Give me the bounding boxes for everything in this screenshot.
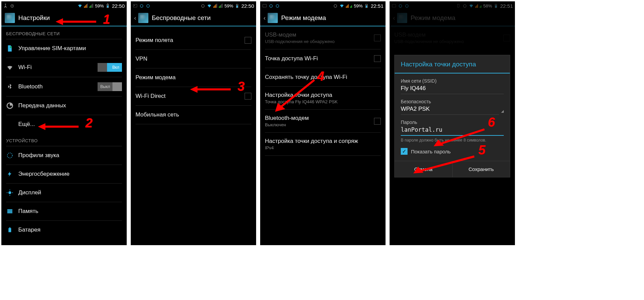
annotation-num-3: 3 [237, 79, 245, 94]
airplane-checkbox[interactable] [245, 37, 251, 44]
signal-2-icon [219, 4, 223, 8]
svg-rect-3 [107, 4, 108, 4]
status-bar: 59% 22:50 [1, 1, 127, 10]
row-display[interactable]: Дисплей [1, 184, 127, 202]
signal-1-icon [346, 4, 349, 8]
row-wifi-hotspot[interactable]: Точка доступа Wi-Fi [260, 49, 386, 68]
row-label: Управление SIM-картами [18, 45, 122, 52]
svg-rect-35 [366, 5, 368, 7]
row-label: Профили звука [18, 152, 122, 159]
row-wifi[interactable]: Wi-Fi Вкл [1, 58, 127, 77]
screen-2-wireless: 59% 22:50 ‹ Беспроводные сети Режим поле… [131, 1, 256, 245]
bt-tether-checkbox[interactable] [374, 118, 381, 125]
row-label: Режим модема [136, 74, 251, 81]
data-usage-icon [6, 102, 14, 109]
battery-icon [235, 3, 240, 8]
row-label: Энергосбережение [18, 171, 122, 177]
annotation-num-2: 2 [85, 116, 92, 130]
wifi-row-icon [6, 64, 14, 71]
section-wireless: БЕСПРОВОДНЫЕ СЕТИ [1, 26, 127, 39]
page-title: Беспроводные сети [152, 14, 211, 22]
security-label: Безопасность [401, 99, 504, 104]
battery-row-icon [6, 226, 14, 234]
svg-point-31 [270, 5, 272, 7]
svg-point-25 [202, 5, 204, 7]
hotspot-checkbox[interactable] [374, 55, 381, 62]
row-data-usage[interactable]: Передача данных [1, 97, 127, 115]
svg-point-23 [140, 5, 143, 7]
row-sim-management[interactable]: Управление SIM-картами [1, 39, 127, 58]
bluetooth-icon [6, 83, 14, 90]
signal-1-icon [213, 4, 217, 8]
svg-rect-14 [7, 212, 13, 213]
row-label: Мобильная сеть [136, 111, 251, 118]
clock: 22:51 [371, 3, 383, 9]
row-battery[interactable]: Батарея [1, 221, 127, 239]
row-vpn[interactable]: VPN [131, 50, 256, 68]
display-icon [6, 189, 14, 196]
row-label: Wi-Fi [18, 64, 93, 71]
section-device: УСТРОЙСТВО [1, 133, 127, 146]
titlebar[interactable]: ‹ Режим модема [260, 10, 386, 26]
svg-rect-13 [7, 211, 13, 212]
back-icon: ‹ [264, 15, 266, 22]
battery-icon [364, 3, 369, 8]
svg-point-22 [134, 5, 135, 6]
row-sublabel: Выключен [265, 122, 369, 127]
row-usb-tether: USB-модем USB-подключения не обнаружено [260, 26, 386, 49]
security-spinner[interactable]: WPA2 PSK [401, 104, 504, 115]
row-power[interactable]: Энергосбережение [1, 165, 127, 183]
status-bar: 59% 22:51 [260, 1, 386, 10]
row-hotspot-config[interactable]: Настройка точки доступа Точка доступа Fl… [260, 87, 386, 109]
clock: 22:50 [112, 3, 125, 9]
screen-4-dialog: 58% 22:51 ‹ Режим модема USB-модем USB-п… [390, 1, 515, 245]
page-title: Настройки [18, 14, 50, 22]
row-storage[interactable]: Память [1, 202, 127, 220]
row-airplane[interactable]: Режим полета [131, 31, 256, 49]
row-label: Дисплей [18, 189, 122, 196]
battery-pct: 59% [354, 3, 362, 8]
save-button[interactable]: Сохранить [453, 161, 510, 177]
row-label: Wi-Fi Direct [136, 93, 240, 100]
status-bar: 59% 22:50 [131, 1, 256, 10]
cancel-button[interactable]: Отмена [395, 161, 453, 177]
ssid-label: Имя сети (SSID) [401, 78, 504, 84]
bluetooth-toggle[interactable]: Выкл [98, 82, 122, 91]
sim-icon [6, 45, 14, 52]
row-bluetooth-tether[interactable]: Bluetooth-модем Выключен [260, 110, 386, 132]
row-sublabel: IPv4 [265, 145, 381, 150]
row-label: Bluetooth-модем [265, 115, 369, 122]
settings-app-icon [268, 13, 278, 23]
annotation-num-1: 1 [103, 12, 110, 27]
row-label: USB-модем [265, 31, 369, 38]
titlebar[interactable]: ‹ Беспроводные сети [131, 10, 256, 26]
row-more[interactable]: Ещё... [1, 115, 127, 133]
spacer-icon [6, 121, 14, 128]
password-hint: В пароле должно быть не менее 8 символов… [401, 138, 504, 143]
screen-3-tethering: 59% 22:51 ‹ Режим модема USB-модем USB-п… [260, 1, 386, 245]
row-label: Точка доступа Wi-Fi [265, 55, 369, 62]
ssid-input[interactable]: Fly IQ446 [401, 84, 504, 94]
svg-rect-30 [263, 4, 267, 7]
svg-rect-15 [8, 228, 11, 232]
wifi-direct-checkbox[interactable] [245, 93, 251, 100]
screen-1-settings: 59% 22:50 Настройки БЕСПРОВОДНЫЕ СЕТИ Уп… [1, 1, 127, 245]
show-password-row[interactable]: ✓ Показать пароль [401, 148, 504, 155]
wifi-toggle[interactable]: Вкл [98, 63, 122, 72]
annotation-num-5: 5 [478, 143, 485, 157]
sound-icon [6, 152, 14, 159]
row-sound[interactable]: Профили звука [1, 146, 127, 165]
storage-icon [6, 208, 14, 215]
svg-point-32 [276, 5, 279, 7]
signal-2-icon [350, 4, 352, 8]
alarm-icon [275, 3, 280, 8]
show-password-label: Показать пароль [411, 149, 451, 154]
row-mobile-network[interactable]: Мобильная сеть [131, 106, 256, 124]
signal-1-icon [84, 4, 88, 8]
row-pairing-config[interactable]: Настройка точки доступа и сопряж IPv4 [260, 133, 386, 155]
show-password-checkbox[interactable]: ✓ [401, 148, 408, 155]
row-bluetooth[interactable]: Bluetooth Выкл [1, 77, 127, 96]
back-icon: ‹ [134, 15, 136, 22]
usb-checkbox [374, 35, 381, 41]
svg-rect-16 [9, 228, 11, 228]
